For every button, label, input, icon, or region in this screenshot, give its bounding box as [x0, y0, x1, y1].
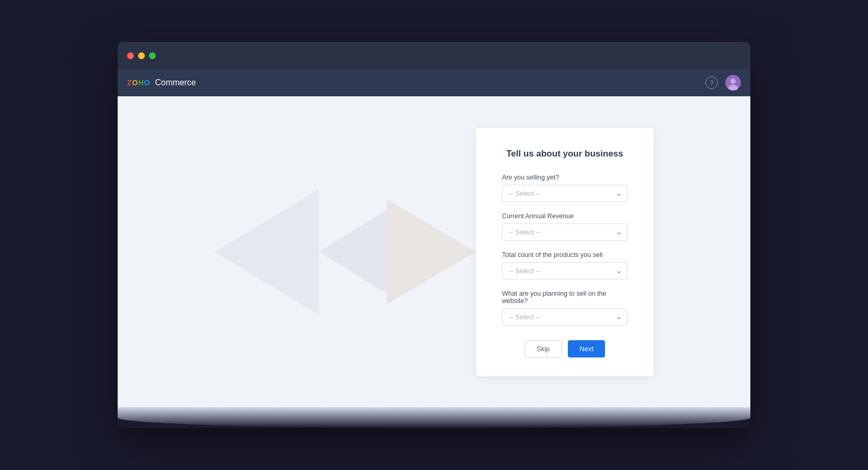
label-selling: Are you selling yet? — [502, 174, 627, 181]
field-group-planning: What are you planning to sell on the web… — [502, 290, 627, 326]
nav-icons: ? — [705, 75, 741, 91]
avatar-image — [725, 75, 741, 91]
bg-decoration-left — [214, 189, 319, 315]
title-bar — [118, 42, 750, 69]
select-revenue[interactable]: -- Select -- $0 - $10K $10K - $100K $100… — [502, 223, 627, 241]
form-actions: Skip Next — [502, 340, 627, 357]
avatar[interactable] — [725, 75, 741, 91]
field-group-products: Total count of the products you sell -- … — [502, 251, 627, 279]
traffic-light-green[interactable] — [149, 52, 156, 59]
label-planning: What are you planning to sell on the web… — [502, 290, 627, 305]
form-title: Tell us about your business — [502, 149, 627, 159]
select-wrapper-selling: -- Select -- Yes No — [502, 185, 627, 202]
select-selling[interactable]: -- Select -- Yes No — [502, 185, 627, 202]
next-button[interactable]: Next — [568, 340, 605, 357]
traffic-light-red[interactable] — [127, 52, 134, 59]
select-wrapper-revenue: -- Select -- $0 - $10K $10K - $100K $100… — [502, 223, 627, 241]
zoho-letter-o: O — [132, 79, 138, 87]
brand-name: Commerce — [155, 78, 196, 87]
zoho-letter-z: Z — [127, 79, 132, 87]
help-icon[interactable]: ? — [705, 76, 718, 89]
form-card: Tell us about your business Are you sell… — [476, 128, 654, 376]
svg-point-1 — [730, 79, 736, 84]
skip-button[interactable]: Skip — [524, 340, 562, 357]
main-content: Tell us about your business Are you sell… — [118, 96, 750, 407]
select-products[interactable]: -- Select -- 1-10 11-50 51-200 200+ — [502, 262, 627, 279]
bottom-reflection — [118, 407, 750, 428]
brand: Z O H O Commerce — [127, 78, 196, 87]
bg-decoration-right — [387, 199, 476, 304]
label-products: Total count of the products you sell — [502, 251, 627, 259]
select-planning[interactable]: -- Select -- Physical Products Digital P… — [502, 308, 627, 326]
bg-decoration-left2 — [319, 210, 387, 294]
zoho-letter-o2: O — [144, 79, 150, 87]
field-group-selling: Are you selling yet? -- Select -- Yes No — [502, 174, 627, 202]
select-wrapper-planning: -- Select -- Physical Products Digital P… — [502, 308, 627, 326]
nav-bar: Z O H O Commerce ? — [118, 69, 750, 96]
zoho-letter-h: H — [138, 79, 143, 87]
label-revenue: Current Annual Revenue — [502, 212, 627, 220]
select-wrapper-products: -- Select -- 1-10 11-50 51-200 200+ — [502, 262, 627, 279]
browser-window: Z O H O Commerce ? Tell us abo — [118, 42, 750, 428]
zoho-logo: Z O H O — [127, 79, 150, 87]
field-group-revenue: Current Annual Revenue -- Select -- $0 -… — [502, 212, 627, 241]
traffic-light-yellow[interactable] — [138, 52, 145, 59]
